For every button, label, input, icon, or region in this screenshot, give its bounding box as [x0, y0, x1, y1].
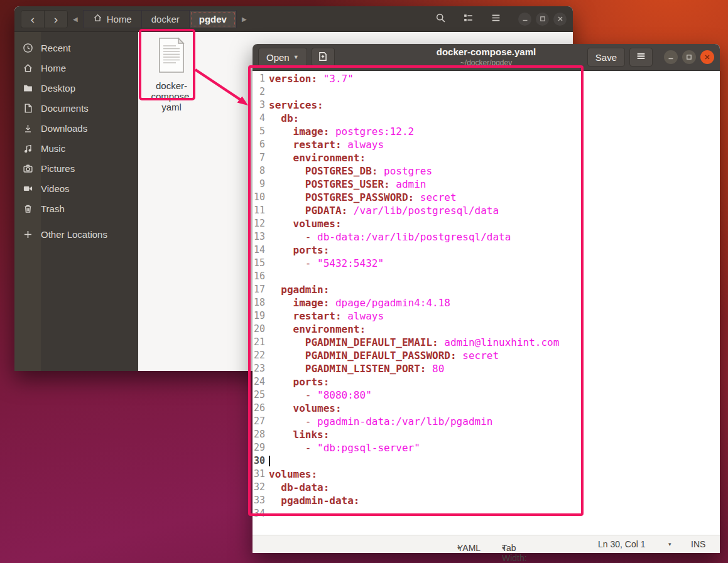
code-line-31: 31volumes:: [253, 468, 720, 481]
text-editor-area[interactable]: 1version: "3.7"23services:4 db:5 image: …: [253, 71, 720, 535]
chevron-down-icon[interactable]: ▾: [668, 541, 671, 547]
code-line-20: 20 environment:: [253, 323, 720, 336]
document-path: ~/docker/pgdev: [437, 58, 536, 68]
save-button-label: Save: [595, 52, 617, 63]
code-token: environment:: [269, 151, 366, 164]
line-number: 4: [253, 112, 269, 125]
back-button[interactable]: ‹: [21, 10, 45, 28]
code-token: POSTGRES_DB:: [269, 164, 378, 178]
sidebar-item-music[interactable]: Music: [14, 138, 138, 158]
minimize-button[interactable]: [664, 50, 678, 64]
code-line-8: 8 POSTGRES_DB: postgres: [253, 164, 720, 178]
breadcrumb-scroll-left-icon[interactable]: ◀: [73, 16, 78, 23]
code-line-32: 32 db-data:: [253, 481, 720, 494]
code-token: -: [269, 389, 317, 402]
text-file-icon: [155, 66, 188, 77]
sidebar-item-label: Downloads: [41, 123, 87, 134]
code-token: -: [269, 415, 317, 428]
maximize-button[interactable]: [682, 50, 696, 64]
code-line-26: 26 volumes:: [253, 402, 720, 415]
code-line-30: 30: [253, 454, 720, 468]
sidebar-item-label: Home: [41, 63, 66, 73]
code-line-33: 33 pgadmin-data:: [253, 494, 720, 507]
line-number: 23: [253, 362, 269, 375]
maximize-button[interactable]: [536, 13, 549, 26]
code-line-9: 9 POSTGRES_USER: admin: [253, 178, 720, 191]
sidebar-item-label: Documents: [41, 103, 89, 114]
breadcrumb-pgdev[interactable]: pgdev: [189, 10, 237, 28]
sidebar-item-label: Desktop: [41, 83, 75, 94]
line-number: 27: [253, 415, 269, 428]
document-icon: [14, 103, 41, 114]
forward-icon: ›: [54, 13, 58, 25]
code-token: ports:: [269, 244, 329, 257]
open-button-label: Open: [266, 52, 290, 63]
close-button[interactable]: [553, 13, 567, 26]
code-token: always: [342, 138, 384, 151]
code-token: PGADMIN_DEFAULT_PASSWORD:: [269, 349, 457, 362]
close-button[interactable]: [700, 50, 714, 64]
back-icon: ‹: [31, 13, 35, 25]
sidebar-item-trash[interactable]: Trash: [14, 198, 138, 218]
open-button[interactable]: Open ▼: [258, 48, 307, 67]
line-number: 9: [253, 178, 269, 191]
code-token: links:: [269, 428, 329, 441]
cursor-position-label[interactable]: Ln 30, Col 1: [598, 539, 646, 549]
code-token: version:: [269, 72, 317, 85]
sidebar-item-documents[interactable]: Documents: [14, 98, 138, 118]
sidebar-item-other-locations[interactable]: Other Locations: [14, 224, 138, 244]
sidebar-item-home[interactable]: Home: [14, 58, 138, 78]
line-number: 19: [253, 309, 269, 323]
line-number: 3: [253, 99, 269, 112]
sidebar-item-label: Pictures: [41, 163, 75, 174]
sidebar-item-recent[interactable]: Recent: [14, 38, 138, 58]
nav-buttons: ‹ ›: [21, 10, 68, 28]
file-name-line: compose.: [143, 91, 200, 102]
line-number: 11: [253, 204, 269, 217]
files-header-actions: [429, 10, 567, 28]
code-token: db-data:: [269, 481, 329, 494]
code-line-11: 11 PGDATA: /var/lib/postgresql/data: [253, 204, 720, 217]
editor-header-actions: Save: [587, 48, 714, 67]
line-number: 28: [253, 428, 269, 441]
line-number: 22: [253, 349, 269, 362]
code-token: admin: [390, 178, 426, 191]
sidebar-item-pictures[interactable]: Pictures: [14, 158, 138, 178]
code-token: image:: [269, 125, 329, 138]
camera-icon: [14, 163, 41, 174]
forward-button[interactable]: ›: [44, 10, 68, 28]
view-toggle-button[interactable]: [457, 10, 479, 28]
breadcrumb-home[interactable]: Home: [83, 10, 142, 28]
code-token: environment:: [269, 323, 366, 336]
minimize-button[interactable]: [518, 13, 531, 26]
files-window-controls: [518, 13, 567, 26]
files-menu-button[interactable]: [484, 10, 507, 28]
editor-menu-button[interactable]: [629, 48, 653, 67]
breadcrumb-docker[interactable]: docker: [141, 10, 190, 28]
breadcrumb-scroll-right-icon[interactable]: ▶: [242, 16, 247, 23]
new-document-button[interactable]: [312, 48, 335, 67]
editor-title-block: docker-compose.yaml ~/docker/pgdev: [437, 46, 536, 68]
code-line-19: 19 restart: always: [253, 309, 720, 323]
home-icon: [14, 63, 41, 73]
file-item-docker-compose[interactable]: docker-compose.yaml: [143, 36, 200, 112]
code-token: pgadmin:: [269, 283, 329, 296]
line-number: 26: [253, 402, 269, 415]
code-token: postgres: [378, 164, 432, 178]
line-number: 17: [253, 283, 269, 296]
search-button[interactable]: [429, 10, 452, 28]
line-number: 21: [253, 336, 269, 349]
save-button[interactable]: Save: [587, 48, 625, 67]
sidebar-item-videos[interactable]: Videos: [14, 178, 138, 198]
text-cursor: [269, 456, 270, 466]
code-line-1: 1version: "3.7": [253, 72, 720, 85]
code-token: admin@linuxhint.com: [438, 336, 560, 349]
sidebar-item-desktop[interactable]: Desktop: [14, 78, 138, 98]
line-number: 7: [253, 151, 269, 164]
chevron-down-icon: ▼: [293, 54, 299, 60]
code-line-22: 22 PGADMIN_DEFAULT_PASSWORD: secret: [253, 349, 720, 362]
sidebar-item-label: Recent: [41, 43, 71, 53]
sidebar-item-downloads[interactable]: Downloads: [14, 118, 138, 138]
clock-icon: [14, 43, 41, 53]
code-token: volumes:: [269, 402, 342, 415]
